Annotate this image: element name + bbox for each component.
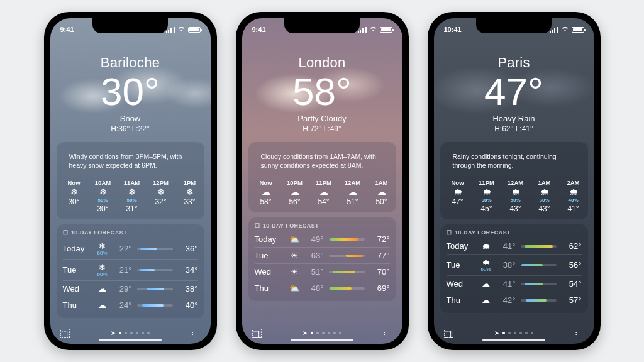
daily-row[interactable]: Wed☀51°70°: [255, 263, 390, 280]
hour-label: 1AM: [538, 179, 550, 186]
hour-cell: 1PM❄33°: [179, 179, 198, 213]
hour-temp: 58°: [260, 197, 271, 206]
high-temp: 77°: [370, 251, 390, 260]
phone-paris: 10:41 Paris 47° Heavy Rain H:62° L:41° R…: [428, 12, 601, 350]
high-temp: 57°: [562, 295, 582, 305]
hour-temp: 32°: [155, 197, 166, 206]
phone-bariloche: 9:41 Bariloche 30° Snow H:36° L:22° Wind…: [44, 12, 217, 350]
hourly-scroll[interactable]: Now☁58°10PM☁56°11PM☁54°12AM☁51°1AM☁50°2☁: [255, 179, 390, 207]
hour-temp: 31°: [126, 204, 137, 213]
precip-pct: 60%: [539, 197, 549, 203]
day-name: Wed: [63, 284, 91, 293]
divider: [57, 175, 204, 175]
daily-row[interactable]: Wed☁29°38°: [63, 280, 198, 297]
high-temp: 38°: [178, 284, 198, 293]
hourly-scroll[interactable]: Now❄30°10AM❄50%30°11AM❄50%31°12PM❄32°1PM…: [63, 179, 198, 214]
hour-temp: 51°: [347, 197, 358, 206]
list-button[interactable]: ≔: [575, 327, 584, 339]
notch: [284, 18, 360, 33]
screen[interactable]: 9:41 London 58° Partly Cloudy H:72° L:49…: [242, 18, 402, 344]
daily-row[interactable]: Tue❄60%21°34°: [63, 259, 198, 280]
current-condition: Heavy Rain: [440, 114, 588, 123]
weather-icon: ❄: [99, 187, 107, 196]
summary-text: Cloudy conditions from 1AM–7AM, with sun…: [255, 147, 390, 173]
home-indicator[interactable]: [99, 339, 162, 341]
day-name: Wed: [255, 267, 282, 277]
daily-card[interactable]: ☐ 10-DAY FORECAST Today❄60%22°36°Tue❄60%…: [57, 224, 204, 318]
hero-section: Bariloche 30° Snow H:36° L:22°: [50, 37, 211, 142]
weather-icon: ❄60%: [96, 241, 109, 256]
hero-section: London 58° Partly Cloudy H:72° L:49°: [242, 37, 402, 142]
calendar-icon: ☐: [63, 229, 68, 236]
daily-row[interactable]: Thu☁24°40°: [63, 297, 198, 313]
daily-row[interactable]: Today⛅49°72°: [255, 231, 390, 247]
day-name: Thu: [63, 300, 91, 310]
hour-cell: Now☁58°: [255, 179, 277, 206]
weather-icon: ❄: [128, 187, 136, 196]
temp-range-bar: [521, 264, 557, 266]
hourly-card[interactable]: Rainy conditions tonight, continuing thr…: [440, 142, 588, 219]
daily-card[interactable]: ☐ 10-DAY FORECAST Today⛅49°72°Tue☀63°77°…: [248, 217, 396, 301]
daily-row[interactable]: Today❄60%22°36°: [63, 238, 198, 259]
weather-icon: ☁: [291, 187, 299, 196]
high-low: H:36° L:22°: [57, 124, 204, 133]
hourly-scroll[interactable]: Now🌧47°11PM🌧60%45°12AM🌧50%43°1AM🌧60%43°2…: [447, 179, 582, 214]
current-condition: Snow: [57, 114, 204, 123]
hour-label: 12AM: [508, 179, 523, 186]
temp-range-bar: [521, 299, 557, 302]
low-temp: 51°: [306, 267, 324, 277]
low-temp: 22°: [114, 244, 132, 253]
daily-card[interactable]: ☐ 10-DAY FORECAST Today🌧41°62°Tue🌧60%38°…: [440, 224, 588, 313]
high-temp: 70°: [370, 267, 390, 277]
hour-temp: 54°: [318, 197, 329, 206]
summary-text: Rainy conditions tonight, continuing thr…: [447, 147, 582, 173]
hour-cell: 12AM☁51°: [341, 179, 364, 206]
high-temp: 36°: [178, 244, 198, 253]
daily-row[interactable]: Thu⛅48°69°: [255, 280, 390, 296]
status-time: 9:41: [252, 26, 266, 33]
weather-icon: 🌧: [540, 187, 549, 196]
low-temp: 41°: [498, 279, 516, 288]
page-dots[interactable]: ➤: [494, 330, 533, 336]
screen[interactable]: 9:41 Bariloche 30° Snow H:36° L:22° Wind…: [50, 18, 211, 344]
weather-icon: ☁: [96, 284, 109, 293]
daily-row[interactable]: Tue🌧60%38°56°: [447, 254, 582, 275]
hour-temp: 50°: [375, 197, 387, 206]
precip-pct: 50%: [126, 197, 136, 203]
home-indicator[interactable]: [482, 339, 545, 341]
daily-row[interactable]: Wed☁41°54°: [447, 275, 582, 292]
precip-pct: 60%: [96, 272, 109, 277]
map-button[interactable]: ⿹: [60, 328, 70, 339]
hourly-card[interactable]: Cloudy conditions from 1AM–7AM, with sun…: [248, 142, 396, 212]
hour-label: 11PM: [479, 179, 494, 186]
precip-pct: 60%: [481, 197, 491, 203]
daily-row[interactable]: Thu☁42°57°: [447, 292, 582, 308]
hourly-card[interactable]: Windy conditions from 3PM–5PM, with heav…: [57, 142, 204, 219]
daily-row[interactable]: Tue☀63°77°: [255, 247, 390, 263]
temp-range-bar: [329, 238, 365, 241]
map-button[interactable]: ⿹: [252, 328, 262, 339]
hour-temp: 43°: [538, 204, 550, 213]
divider: [440, 175, 588, 175]
precip-pct: 40%: [568, 197, 578, 203]
hour-temp: 30°: [68, 197, 79, 206]
low-temp: 42°: [498, 295, 516, 305]
home-indicator[interactable]: [291, 339, 353, 341]
page-dots[interactable]: ➤: [111, 330, 150, 336]
page-dots[interactable]: ➤: [303, 330, 341, 336]
hour-temp: 43°: [509, 204, 521, 213]
high-temp: 62°: [562, 241, 582, 251]
list-button[interactable]: ≔: [383, 327, 392, 339]
battery-icon: [572, 27, 584, 33]
hour-temp: 41°: [567, 204, 579, 213]
day-name: Thu: [255, 283, 282, 293]
weather-icon: ☀: [287, 251, 301, 260]
hour-cell: 10PM☁56°: [284, 179, 306, 206]
map-button[interactable]: ⿹: [444, 328, 453, 339]
screen[interactable]: 10:41 Paris 47° Heavy Rain H:62° L:41° R…: [434, 18, 594, 344]
weather-icon: ❄: [186, 187, 194, 196]
list-button[interactable]: ≔: [191, 327, 201, 339]
high-temp: 72°: [370, 234, 390, 244]
high-temp: 34°: [178, 265, 198, 275]
daily-row[interactable]: Today🌧41°62°: [447, 238, 582, 254]
